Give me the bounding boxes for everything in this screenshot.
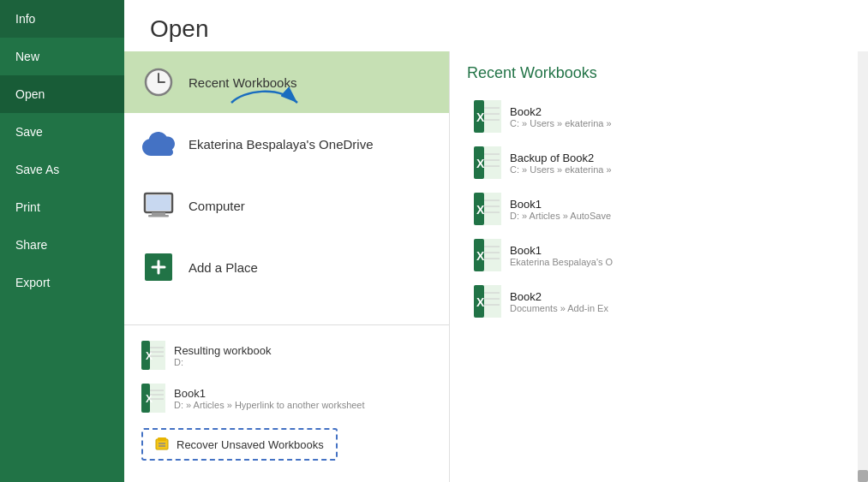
left-panel: Recent Workbooks Ekaterina Bespalaya's O… xyxy=(124,51,450,482)
add-place-icon xyxy=(141,250,176,284)
main-top: Open Recent Workbooks xyxy=(124,0,868,482)
sidebar-item-open[interactable]: Open xyxy=(0,75,124,113)
recover-unsaved-button[interactable]: Recover Unsaved Workbooks xyxy=(141,428,338,461)
recover-btn-wrapper: Recover Unsaved Workbooks xyxy=(124,420,449,473)
scrollbar-track[interactable] xyxy=(858,51,868,482)
bottom-recent: X Resulting workbook D: xyxy=(124,324,449,482)
recent-list-item-1[interactable]: X Backup of Book2 C: » Users » ekaterina… xyxy=(467,140,851,185)
sidebar-item-print[interactable]: Print xyxy=(0,188,124,226)
svg-rect-5 xyxy=(148,215,169,217)
svg-text:X: X xyxy=(476,110,485,124)
scrollbar-thumb[interactable] xyxy=(858,470,868,482)
recent-list-item-3[interactable]: X Book1 Ekaterina Bespalaya's O xyxy=(467,233,851,277)
svg-rect-24 xyxy=(158,437,166,441)
svg-text:X: X xyxy=(476,249,485,263)
svg-rect-36 xyxy=(484,146,501,179)
recent-workbooks-title: Recent Workbooks xyxy=(467,64,851,82)
svg-rect-6 xyxy=(147,195,171,211)
sidebar-item-save[interactable]: Save xyxy=(0,113,124,151)
recent-list-item-4[interactable]: X Book2 Documents » Add-in Ex xyxy=(467,279,851,324)
open-option-add-place[interactable]: Add a Place xyxy=(124,236,449,298)
right-panel: Recent Workbooks X Boo xyxy=(450,51,868,482)
open-option-onedrive[interactable]: Ekaterina Bespalaya's OneDrive xyxy=(124,113,449,175)
sidebar-item-export[interactable]: Export xyxy=(0,264,124,301)
content-row: Recent Workbooks Ekaterina Bespalaya's O… xyxy=(124,51,868,482)
bottom-recent-item-0[interactable]: X Resulting workbook D: xyxy=(124,334,449,377)
main-content: Open Recent Workbooks xyxy=(124,0,868,482)
svg-rect-43 xyxy=(484,193,501,225)
svg-rect-57 xyxy=(484,285,501,318)
sidebar-item-save-as[interactable]: Save As xyxy=(0,151,124,188)
svg-text:X: X xyxy=(476,295,485,309)
recent-list-item-2[interactable]: X Book1 D: » Articles » AutoSave xyxy=(467,187,851,231)
add-place-option-label: Add a Place xyxy=(189,260,258,275)
open-options: Recent Workbooks Ekaterina Bespalaya's O… xyxy=(124,51,449,324)
recent-list-item-0[interactable]: X Book2 C: » Users » ekaterina » xyxy=(467,94,851,139)
computer-option-label: Computer xyxy=(189,199,245,213)
sidebar-item-info[interactable]: Info xyxy=(0,0,124,38)
page-title: Open xyxy=(124,0,868,51)
onedrive-option-label: Ekaterina Bespalaya's OneDrive xyxy=(189,137,373,152)
bottom-recent-item-1[interactable]: X Book1 D: » Articles » Hyperlink to ano… xyxy=(124,377,449,420)
svg-text:X: X xyxy=(476,203,485,217)
sidebar: Info New Open Save Save As Print Share E… xyxy=(0,0,124,482)
computer-icon xyxy=(141,188,176,223)
sidebar-item-share[interactable]: Share xyxy=(0,226,124,264)
open-option-computer[interactable]: Computer xyxy=(124,175,449,236)
onedrive-icon xyxy=(141,127,176,161)
svg-text:X: X xyxy=(476,157,485,170)
svg-rect-50 xyxy=(484,239,501,271)
recent-workbooks-option-label: Recent Workbooks xyxy=(189,75,296,90)
clock-icon xyxy=(141,65,176,99)
recent-workbooks-list: X Book2 C: » Users » ekaterina » xyxy=(467,94,851,324)
svg-rect-29 xyxy=(484,100,501,133)
sidebar-item-new[interactable]: New xyxy=(0,38,124,75)
open-option-recent[interactable]: Recent Workbooks xyxy=(124,51,449,113)
